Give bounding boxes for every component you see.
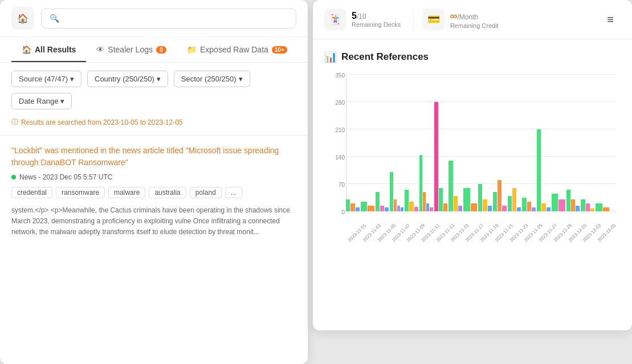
stats-divider <box>413 8 414 31</box>
chart-bar <box>401 207 403 211</box>
chart-bar <box>414 207 418 211</box>
chart-grid-line <box>346 101 616 102</box>
menu-button[interactable]: ≡ <box>600 9 621 30</box>
chart-bar <box>493 192 497 211</box>
result-meta-text: News - 2023 Dec 05 5:57 UTC <box>19 173 112 181</box>
tab-stealer-label: Stealer Logs <box>108 45 153 54</box>
chart-bar <box>405 190 409 211</box>
chart-bar-group <box>508 188 521 211</box>
info-icon: ⓘ <box>11 117 18 127</box>
chart-bar <box>350 203 354 211</box>
tab-all-results[interactable]: 🏠 All Results <box>11 37 86 62</box>
chart-bar <box>571 199 575 211</box>
credit-value: ∞/Month <box>450 10 499 22</box>
chart-bar <box>547 207 551 211</box>
date-note: ⓘ Results are searched from 2023-10-05 t… <box>0 117 308 135</box>
chart-bar <box>581 199 585 211</box>
source-filter-label: Source (47/47) <box>19 75 68 83</box>
credit-info: ∞/Month Remaining Credit <box>450 10 499 29</box>
credit-label: Remaining Credit <box>450 22 499 29</box>
chart-bar <box>558 199 565 211</box>
result-tag: malware <box>108 187 145 198</box>
chart-bar-group <box>405 190 418 211</box>
chart-bar-group <box>552 194 565 211</box>
result-tag: ... <box>225 187 242 198</box>
chart-x-label: 2023-11-15 <box>450 215 478 243</box>
result-tag: credential <box>11 187 52 198</box>
tabs-row: 🏠 All Results 👁 Stealer Logs 0 📁 Exposed… <box>0 37 308 63</box>
tab-exposed-label: Exposed Raw Data <box>200 45 268 54</box>
tags-row: credentialransomwaremalwareaustraliapola… <box>11 187 296 198</box>
search-input[interactable]: Lockbit <box>64 14 288 23</box>
sector-filter[interactable]: Sector (250/250) ▾ <box>174 71 250 87</box>
chart-x-label: 2023-11-25 <box>523 215 551 243</box>
chart-bar <box>522 198 526 211</box>
chart-bar <box>603 207 609 211</box>
result-text: system.</p> <p>Meanwhile, the Cactus cri… <box>11 205 296 238</box>
country-filter[interactable]: Country (250/250) ▾ <box>87 71 168 87</box>
source-filter[interactable]: Source (47/47) ▾ <box>11 71 81 87</box>
chart-bar <box>498 180 501 211</box>
chart-bar <box>380 206 384 211</box>
filters-row: Source (47/47) ▾ Country (250/250) ▾ Sec… <box>0 63 308 117</box>
chart-bar <box>552 194 558 211</box>
tab-exposed-data[interactable]: 📁 Exposed Raw Data 10+ <box>177 37 297 62</box>
right-panel: 🃏 5/10 Remaining Decks 💳 ∞/Month Remaini… <box>313 0 632 330</box>
chart-x-label: 2023-11-03 <box>362 215 390 243</box>
result-title: "Lockbit" was mentioned in the news arti… <box>11 145 296 169</box>
deck-label: Remaining Decks <box>352 21 401 28</box>
chart-bar <box>409 202 413 211</box>
chart-bar-group <box>434 102 448 211</box>
tab-exposed-icon: 📁 <box>187 45 197 54</box>
chart-bar-group <box>376 192 389 211</box>
chart-bar-group <box>581 199 594 211</box>
chart-x-label: 2023-12-03 <box>582 215 610 243</box>
chart-bar <box>488 206 492 211</box>
chart-bar <box>527 202 531 211</box>
country-filter-label: Country (250/250) <box>95 75 154 83</box>
chart-bar <box>517 207 521 211</box>
daterange-filter[interactable]: Date Range ▾ <box>11 93 72 109</box>
chart-bar <box>537 129 541 211</box>
chart-section: 📊 Recent References 0701402102803502023-… <box>313 39 632 251</box>
chart-x-label: 2023-11-07 <box>391 215 419 243</box>
chart-bar <box>439 188 443 211</box>
chart-bar <box>376 192 380 211</box>
chart-bar <box>448 161 452 211</box>
chart-bar <box>576 206 580 211</box>
chart-bar-group <box>419 155 433 211</box>
chart-y-label: 70 <box>324 182 345 188</box>
chart-bar <box>478 184 482 211</box>
chart-bar <box>454 196 458 211</box>
decks-stat: 🃏 5/10 Remaining Decks <box>324 9 404 30</box>
home-button[interactable]: 🏠 <box>11 7 34 30</box>
stealer-badge: 0 <box>156 46 166 54</box>
chart-grid-line <box>346 129 616 129</box>
daterange-chevron-icon: ▾ <box>60 97 64 105</box>
sector-filter-label: Sector (250/250) <box>181 75 237 83</box>
chart-bar <box>443 203 447 211</box>
tab-stealer-logs[interactable]: 👁 Stealer Logs 0 <box>86 37 177 62</box>
chart-bar-group <box>361 202 374 211</box>
chart-bar <box>419 155 422 211</box>
credit-icon: 💳 <box>423 9 445 30</box>
chart-bar-group <box>493 180 507 211</box>
deck-value: 5/10 <box>352 11 401 21</box>
deck-info: 5/10 Remaining Decks <box>352 11 401 28</box>
chart-x-label: 2023-11-23 <box>509 215 537 243</box>
chart-x-label: 2023-11-21 <box>494 215 522 243</box>
credit-sub: /Month <box>458 13 479 21</box>
result-item[interactable]: "Lockbit" was mentioned in the news arti… <box>0 135 308 247</box>
chart-bar <box>458 206 462 211</box>
exposed-badge: 10+ <box>272 46 287 54</box>
chart-section-icon: 📊 <box>324 51 337 63</box>
chart-bar <box>361 202 367 211</box>
chart-bar-group <box>566 190 580 211</box>
chart-bar-group <box>537 129 551 211</box>
chart-bar <box>596 203 602 211</box>
deck-sub: /10 <box>357 13 366 21</box>
section-title: 📊 Recent References <box>324 51 621 63</box>
credit-inf: ∞ <box>450 10 458 22</box>
tab-all-icon: 🏠 <box>22 45 31 54</box>
source-chevron-icon: ▾ <box>70 75 74 83</box>
